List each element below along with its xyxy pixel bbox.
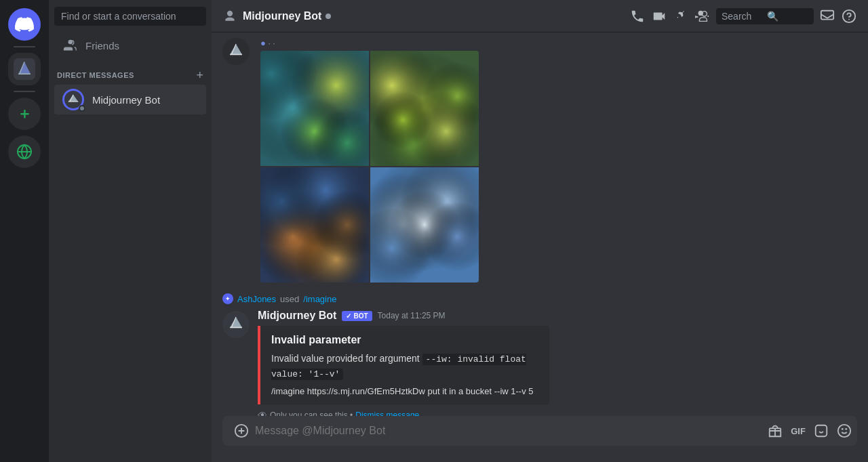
messages-area[interactable]: ● · · ✦ AshJones us — [212, 33, 868, 416]
server-icon-add[interactable]: ＋ — [8, 98, 41, 130]
nitro-dot — [326, 14, 331, 19]
bot-header-icon — [222, 9, 237, 24]
error-message-block: Midjourney Bot ✓ BOT Today at 11:25 PM I… — [212, 307, 868, 416]
svg-point-13 — [838, 425, 850, 437]
prev-message-partial-text: ● · · — [260, 38, 479, 48]
channel-header: Midjourney Bot — [212, 0, 868, 33]
image-cell-top-right — [370, 51, 479, 166]
friends-item[interactable]: Friends — [54, 33, 206, 58]
bot-avatar — [222, 311, 250, 338]
server-icon-home[interactable] — [8, 8, 41, 41]
server-divider — [14, 46, 35, 47]
search-placeholder: Find or start a conversation — [61, 11, 176, 22]
friends-label: Friends — [85, 40, 119, 51]
message-header-row: Midjourney Bot ✓ BOT Today at 11:25 PM — [258, 310, 857, 322]
svg-point-7 — [848, 18, 850, 20]
used-badge: ✦ — [222, 293, 233, 304]
status-dot-midjourney — [79, 105, 85, 112]
video-call-button[interactable] — [651, 8, 667, 24]
used-username[interactable]: AshJones — [237, 294, 276, 304]
gift-button[interactable] — [765, 421, 785, 441]
error-body: Invalid value provided for argument --iw… — [271, 352, 538, 381]
pin-button[interactable] — [673, 8, 689, 24]
phone-call-button[interactable] — [629, 8, 646, 24]
direct-messages-label: DIRECT MESSAGES — [57, 71, 134, 79]
message-input-bar: GIF — [222, 416, 857, 446]
server-icon-custom[interactable] — [8, 53, 41, 85]
dm-section-header: DIRECT MESSAGES + — [49, 58, 212, 84]
bot-label: BOT — [353, 312, 368, 320]
server-divider-2 — [14, 91, 35, 92]
input-action-buttons: GIF — [765, 421, 854, 441]
sticker-button[interactable] — [811, 421, 831, 441]
error-code-inline: --iw: invalid float value: '1--v' — [271, 354, 526, 380]
add-friend-button[interactable] — [694, 8, 711, 24]
dm-user-name-midjourney: Midjourney Bot — [92, 94, 160, 106]
dismiss-link[interactable]: Dismiss message — [355, 411, 419, 416]
bot-checkmark: ✓ — [346, 312, 351, 320]
image-grid — [260, 51, 479, 282]
used-line-row: ✦ AshJones used /imagine — [222, 293, 857, 304]
search-icon: 🔍 — [767, 11, 808, 22]
image-cell-top-left — [260, 51, 369, 166]
header-actions: Search 🔍 — [629, 8, 857, 24]
bot-name: Midjourney Bot — [243, 10, 321, 22]
message-input-area: GIF — [212, 416, 868, 462]
error-command-line: /imagine https://s.mj.run/GfEm5HztkDw pu… — [271, 386, 538, 396]
main-content: Midjourney Bot — [212, 0, 868, 462]
svg-point-4 — [698, 11, 703, 15]
search-bar[interactable]: Find or start a conversation — [54, 7, 206, 26]
svg-rect-12 — [816, 425, 827, 437]
message-timestamp: Today at 11:25 PM — [378, 311, 446, 320]
message-author[interactable]: Midjourney Bot — [258, 310, 336, 322]
add-dm-button[interactable]: + — [196, 69, 203, 81]
friends-icon — [62, 38, 77, 53]
bot-badge: ✓ BOT — [342, 311, 372, 321]
help-button[interactable] — [841, 8, 857, 24]
dm-sidebar: Find or start a conversation Friends DIR… — [49, 0, 212, 462]
prev-message-block: ● · · — [212, 33, 868, 285]
error-embed: Invalid parameter Invalid value provided… — [258, 326, 549, 404]
gif-button[interactable]: GIF — [788, 421, 808, 441]
error-message-body: Midjourney Bot ✓ BOT Today at 11:25 PM I… — [258, 310, 857, 416]
dm-user-midjourney[interactable]: Midjourney Bot — [54, 85, 206, 114]
eye-icon: 👁 — [258, 410, 267, 416]
emoji-button[interactable] — [834, 421, 854, 441]
header-search-bar[interactable]: Search 🔍 — [716, 8, 814, 24]
only-you-text: Only you can see this • — [270, 411, 353, 416]
server-sidebar: ＋ — [0, 0, 49, 462]
error-title: Invalid parameter — [271, 334, 538, 346]
input-plus-button[interactable] — [233, 423, 250, 439]
server-icon-explore[interactable] — [8, 135, 41, 168]
message-input-field[interactable] — [255, 417, 765, 444]
prev-message-avatar — [222, 38, 250, 65]
used-line-section: ✦ AshJones used /imagine — [212, 285, 868, 307]
channel-name: Midjourney Bot — [243, 10, 331, 22]
header-search-placeholder: Search — [722, 11, 763, 22]
image-cell-bottom-left — [260, 167, 369, 282]
used-command[interactable]: /imagine — [303, 294, 336, 304]
used-text: used — [280, 294, 299, 304]
avatar-wrapper-midjourney — [62, 89, 84, 110]
image-cell-bottom-right — [370, 167, 479, 282]
only-you-bar: 👁 Only you can see this • Dismiss messag… — [258, 410, 857, 416]
prev-message-content: ● · · — [260, 38, 479, 282]
inbox-button[interactable] — [819, 8, 835, 24]
